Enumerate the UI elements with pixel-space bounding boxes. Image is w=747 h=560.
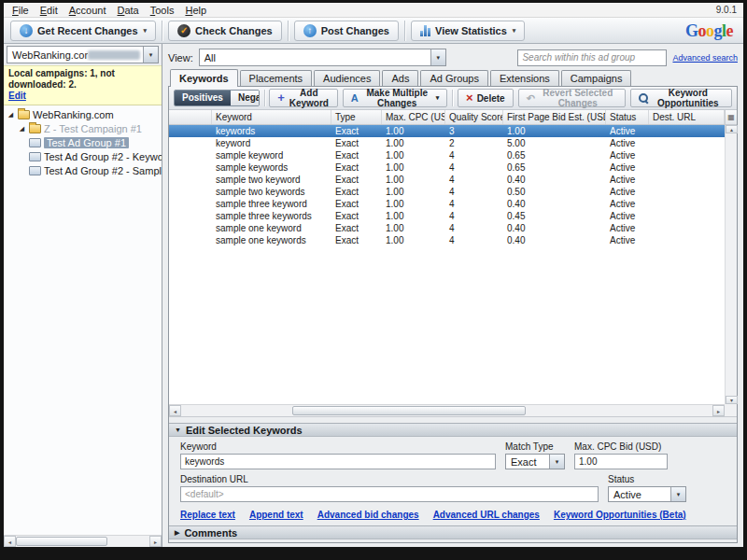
tree-item-campaign[interactable]: ◢ Z - Test Campaign #1 xyxy=(4,121,162,135)
edit-action-link[interactable]: Append text xyxy=(249,510,303,520)
table-row[interactable]: sample two keywords Exact 1.00 4 0.50 Ac… xyxy=(169,186,725,198)
add-keyword-button[interactable]: + Add Keyword xyxy=(269,89,337,107)
scroll-right-icon[interactable]: ▸ xyxy=(712,405,725,416)
horizontal-scrollbar[interactable]: ◂ ▸ xyxy=(169,404,725,416)
column-header-keyword[interactable]: Keyword xyxy=(212,110,331,124)
keyword-opportunities-button[interactable]: Keyword Opportunities xyxy=(630,89,732,107)
cell-max-cpc: 1.00 xyxy=(382,223,445,233)
cell-status: Active xyxy=(606,162,649,173)
menu-item[interactable]: Data xyxy=(111,4,144,17)
tree-item-adgroup-2[interactable]: Test Ad Group #2 - Keywords xyxy=(4,149,162,163)
match-type-select[interactable]: Exact ▾ xyxy=(505,454,565,469)
comments-header[interactable]: ▶ Comments xyxy=(169,525,737,539)
chevron-down-icon: ▾ xyxy=(430,49,445,65)
delete-button[interactable]: × Delete xyxy=(458,89,514,107)
tree-item-adgroup-3[interactable]: Test Ad Group #2 - Sample K... xyxy=(4,163,162,177)
tab[interactable]: Ad Groups xyxy=(420,70,488,86)
cell-quality-score: 4 xyxy=(445,235,503,245)
table-row[interactable]: sample one keyword Exact 1.00 4 0.40 Act… xyxy=(169,222,725,234)
table-row[interactable]: sample two keyword Exact 1.00 4 0.40 Act… xyxy=(169,174,725,186)
edit-action-link[interactable]: Keyword Opportunities (Beta) xyxy=(554,510,686,520)
account-select-value: WebRanking.com xyxy=(7,49,88,61)
edit-action-link[interactable]: Advanced URL changes xyxy=(433,510,540,520)
positives-toggle[interactable]: Positives xyxy=(175,91,231,105)
cell-first-page-bid: 0.50 xyxy=(503,187,606,197)
column-options-icon[interactable]: ▦ xyxy=(725,110,737,125)
cell-status: Active xyxy=(606,175,649,185)
negatives-toggle[interactable]: Negatives xyxy=(231,91,260,105)
menu-item[interactable]: Account xyxy=(63,4,112,17)
tree-expander-icon[interactable]: ◢ xyxy=(18,125,26,133)
column-header-first-page-bid[interactable]: First Page Bid Est. (USD) xyxy=(503,110,606,124)
scroll-right-icon[interactable]: ▸ xyxy=(149,536,162,547)
column-header-status[interactable]: Status xyxy=(606,110,649,124)
post-changes-button[interactable]: ↑ Post Changes xyxy=(294,21,399,41)
scrollbar-thumb[interactable] xyxy=(16,537,107,546)
cell-status: Active xyxy=(606,199,649,209)
column-header-dest-url[interactable]: Dest. URL xyxy=(649,110,725,124)
toolbar-separator xyxy=(452,90,453,106)
keyword-field[interactable] xyxy=(180,454,496,469)
table-row[interactable]: sample three keywords Exact 1.00 4 0.45 … xyxy=(169,210,725,222)
toolbar-separator xyxy=(288,21,289,41)
view-select[interactable]: All ▾ xyxy=(199,49,446,66)
scrollbar-thumb[interactable] xyxy=(292,406,526,415)
status-select[interactable]: Active ▾ xyxy=(608,486,686,502)
cell-quality-score: 4 xyxy=(445,175,503,185)
menu-item[interactable]: Tools xyxy=(145,4,180,17)
revert-icon: ↶ xyxy=(527,92,535,105)
scroll-down-icon[interactable]: ▾ xyxy=(726,396,738,404)
destination-url-field[interactable] xyxy=(180,486,599,502)
get-recent-changes-button[interactable]: ↓ Get Recent Changes ▾ xyxy=(10,21,156,41)
tab[interactable]: Extensions xyxy=(490,70,559,86)
column-header-blank[interactable] xyxy=(169,110,212,124)
table-row[interactable]: sample keyword Exact 1.00 4 0.65 Active xyxy=(169,149,725,161)
column-header-quality-score[interactable]: Quality Score xyxy=(445,110,503,124)
tree-expander-icon[interactable]: ◢ xyxy=(7,111,15,119)
menu-item[interactable]: File xyxy=(7,4,35,17)
menu-item[interactable]: Edit xyxy=(35,4,63,17)
table-row[interactable]: keywords Exact 1.00 3 1.00 Active xyxy=(169,125,725,137)
table-row[interactable]: keyword Exact 1.00 2 5.00 Active xyxy=(169,137,725,149)
view-statistics-button[interactable]: View Statistics ▾ xyxy=(411,21,525,41)
tree-item-adgroup-1[interactable]: Test Ad Group #1 xyxy=(4,135,162,149)
scroll-left-icon[interactable]: ◂ xyxy=(4,536,16,547)
upload-icon: ↑ xyxy=(303,24,317,37)
edit-action-link[interactable]: Replace text xyxy=(180,510,235,520)
revert-selected-changes-button[interactable]: ↶ Revert Selected Changes xyxy=(518,89,626,107)
table-row[interactable]: sample keywords Exact 1.00 4 0.65 Active xyxy=(169,161,725,174)
column-header-max-cpc[interactable]: Max. CPC (USD) xyxy=(382,110,445,124)
table-row[interactable]: sample one keywords Exact 1.00 4 0.40 Ac… xyxy=(169,234,725,246)
cell-keyword: keywords xyxy=(212,126,331,136)
advanced-search-link[interactable]: Advanced search xyxy=(672,53,738,63)
column-header-type[interactable]: Type xyxy=(331,110,382,124)
scroll-up-icon[interactable]: ▴ xyxy=(726,125,738,133)
max-cpc-bid-field[interactable] xyxy=(574,454,668,469)
edit-selected-keywords-form: Keyword Match Type Exact ▾ xyxy=(169,437,737,525)
tab[interactable]: Ads xyxy=(382,70,418,86)
tree-item-account[interactable]: ◢ WebRanking.com xyxy=(4,107,162,121)
make-multiple-changes-button[interactable]: A Make Multiple Changes ▾ xyxy=(343,89,448,107)
cell-keyword: sample one keywords xyxy=(212,235,331,245)
scroll-left-icon[interactable]: ◂ xyxy=(169,405,181,416)
tab[interactable]: Keywords xyxy=(170,69,238,87)
menu-item[interactable]: Help xyxy=(179,4,212,17)
tab-strip: KeywordsPlacementsAudiencesAdsAd GroupsE… xyxy=(168,68,738,86)
search-input[interactable] xyxy=(517,49,667,66)
edit-selected-keywords-header[interactable]: ▼ Edit Selected Keywords xyxy=(169,423,737,437)
cell-status: Active xyxy=(606,235,649,245)
cell-quality-score: 3 xyxy=(445,126,503,136)
tab[interactable]: Campaigns xyxy=(561,70,632,86)
edit-link[interactable]: Edit xyxy=(8,91,26,102)
table-row[interactable]: sample three keyword Exact 1.00 4 0.40 A… xyxy=(169,198,725,210)
account-select[interactable]: WebRanking.com ▾ xyxy=(7,46,159,63)
vertical-scrollbar[interactable]: ▴ ▾ xyxy=(725,125,737,404)
cell-type: Exact xyxy=(331,162,382,173)
keyword-field-label: Keyword xyxy=(180,441,496,452)
toolbar-separator xyxy=(162,21,162,41)
sidebar-horizontal-scrollbar[interactable]: ◂ ▸ xyxy=(4,535,162,547)
tab[interactable]: Audiences xyxy=(314,70,380,86)
edit-action-link[interactable]: Advanced bid changes xyxy=(317,510,419,520)
check-changes-button[interactable]: ✓ Check Changes xyxy=(168,21,282,41)
tab[interactable]: Placements xyxy=(240,70,312,86)
